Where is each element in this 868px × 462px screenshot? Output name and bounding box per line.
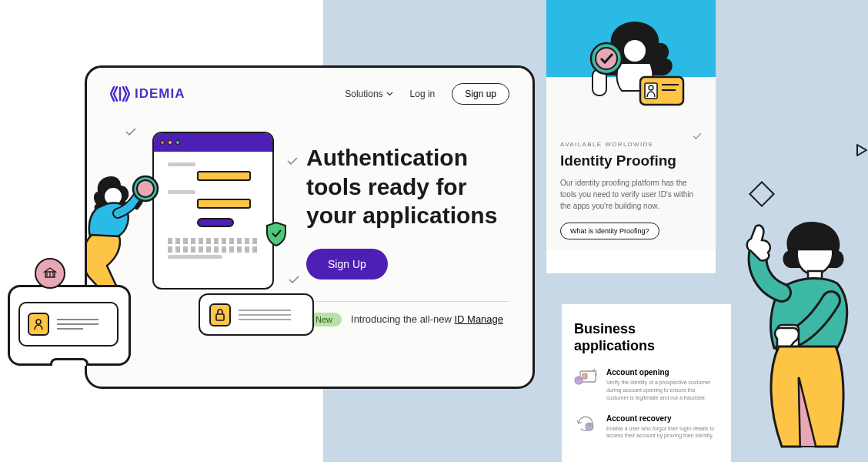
hero-headline: Authentication tools ready for your appl… (306, 143, 509, 230)
identity-proofing-title: Identity Proofing (560, 152, 702, 169)
bank-pin-icon (35, 258, 65, 289)
svg-rect-1 (216, 314, 224, 320)
nav-login[interactable]: Log in (410, 89, 436, 99)
identity-proofing-card: AVAILABLE WORLDWIDE Identity Proofing Ou… (546, 0, 716, 273)
nav-bar: IDEMIA Solutions Log in Sign up (87, 68, 532, 112)
svg-point-4 (137, 180, 154, 197)
hero-desktop-card: IDEMIA Solutions Log in Sign up (85, 65, 535, 389)
nav-signup-button[interactable]: Sign up (452, 83, 509, 105)
check-icon (125, 128, 136, 136)
brand-logo[interactable]: IDEMIA (110, 85, 185, 102)
proofing-illustration (577, 15, 693, 131)
check-icon (693, 132, 702, 139)
biz-account-recovery: Account recovery Enable a user who forgo… (574, 414, 719, 440)
biz-item-title: Account opening (606, 368, 719, 377)
check-icon (289, 276, 299, 283)
svg-point-14 (596, 48, 617, 69)
biz-item-body: Verify the identity of a prospective cus… (606, 379, 719, 401)
account-recovery-icon (574, 414, 597, 433)
chevron-down-icon (386, 92, 393, 96)
biz-account-opening: Account opening Verify the identity of a… (574, 368, 719, 401)
logo-icon (110, 85, 130, 102)
person-thumbs-up-icon (739, 216, 868, 462)
check-icon (287, 157, 298, 165)
hero-footer: New Introducing the all-new ID Manage (306, 301, 509, 326)
svg-point-11 (624, 40, 646, 62)
what-is-identity-proofing-button[interactable]: What is Identity Proofing? (560, 223, 659, 239)
lock-icon (215, 309, 225, 321)
id-card-graphic (18, 302, 119, 346)
eyebrow-text: AVAILABLE WORLDWIDE (560, 141, 702, 148)
id-manage-link[interactable]: ID Manage (454, 313, 503, 325)
play-decoration-icon (856, 143, 868, 157)
biz-item-body: Enable a user who forgot their login det… (606, 425, 719, 440)
account-opening-icon (574, 368, 597, 387)
nav-solutions[interactable]: Solutions (345, 89, 392, 99)
svg-rect-21 (583, 373, 587, 379)
user-icon (33, 318, 44, 330)
biz-item-title: Account recovery (606, 414, 719, 423)
lock-panel-graphic (199, 293, 314, 336)
identity-proofing-body: Our identity proofing platform has the t… (560, 177, 702, 212)
shield-check-icon (265, 222, 287, 246)
brand-name: IDEMIA (135, 86, 185, 102)
hero-signup-button[interactable]: Sign Up (306, 249, 388, 280)
svg-point-7 (36, 320, 41, 324)
business-applications-title: Business applications (574, 321, 719, 354)
business-applications-card: Business applications Account opening Ve… (562, 304, 731, 462)
